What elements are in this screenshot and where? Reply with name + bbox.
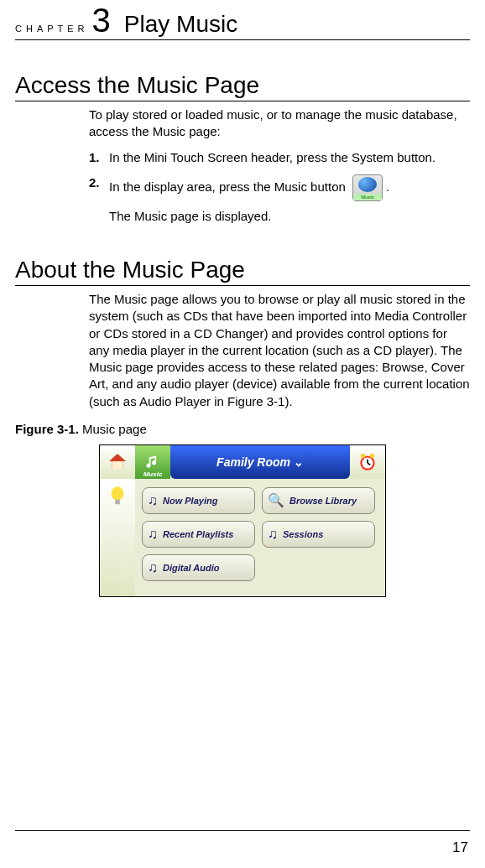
- now-playing-button[interactable]: ♫ Now Playing: [142, 487, 255, 514]
- step-2: 2. In the display area, press the Music …: [89, 174, 470, 225]
- svg-point-5: [112, 486, 124, 501]
- figure-caption: Figure 3-1. Music page: [15, 422, 470, 436]
- section1-intro: To play stored or loaded music, or to ma…: [89, 107, 470, 141]
- note-icon: ♫: [268, 527, 278, 542]
- digital-audio-button[interactable]: ♫ Digital Audio: [142, 554, 255, 581]
- step-followup: The Music page is displayed.: [109, 208, 470, 225]
- step-number: 1.: [89, 149, 109, 166]
- room-label: Family Room ⌄: [170, 445, 350, 479]
- step-text: In the Mini Touch Screen header, press t…: [109, 149, 470, 166]
- sessions-button[interactable]: ♫ Sessions: [262, 521, 375, 548]
- step-text-before: In the display area, press the Music but…: [109, 179, 346, 194]
- note-icon: ♫: [148, 560, 158, 575]
- chapter-header: CHAPTER 3 Play Music: [15, 3, 470, 40]
- section-heading-about: About the Music Page: [15, 257, 470, 286]
- svg-rect-6: [115, 500, 120, 505]
- page-number: 17: [452, 839, 468, 856]
- step-text-after: .: [386, 179, 389, 194]
- chapter-label: CHAPTER: [15, 23, 89, 34]
- svg-rect-0: [112, 461, 123, 470]
- chapter-title: Play Music: [124, 11, 237, 38]
- footer-rule: [15, 830, 470, 831]
- music-button-icon: Music: [352, 174, 383, 201]
- chapter-number: 3: [92, 3, 111, 37]
- svg-point-4: [370, 453, 374, 457]
- svg-point-3: [361, 453, 365, 457]
- figure-caption-bold: Figure 3-1.: [15, 422, 79, 436]
- music-icon: Music: [135, 445, 170, 479]
- magnifier-icon: 🔍: [268, 493, 284, 508]
- note-icon: ♫: [148, 527, 158, 542]
- section-heading-access: Access the Music Page: [15, 72, 470, 101]
- clock-icon: [350, 445, 385, 479]
- step-1: 1. In the Mini Touch Screen header, pres…: [89, 149, 470, 166]
- figure-caption-rest: Music page: [79, 422, 147, 436]
- step-number: 2.: [89, 174, 109, 191]
- recent-playlists-button[interactable]: ♫ Recent Playlists: [142, 521, 255, 548]
- section2-paragraph: The Music page allows you to browse or p…: [89, 291, 470, 410]
- figure-music-page: Music Family Room ⌄ ♫ Now Playing 🔍 Brow: [99, 444, 386, 597]
- note-icon: ♫: [148, 493, 158, 508]
- home-icon: [100, 445, 135, 479]
- bulb-icon: [100, 479, 135, 596]
- browse-library-button[interactable]: 🔍 Browse Library: [262, 487, 375, 514]
